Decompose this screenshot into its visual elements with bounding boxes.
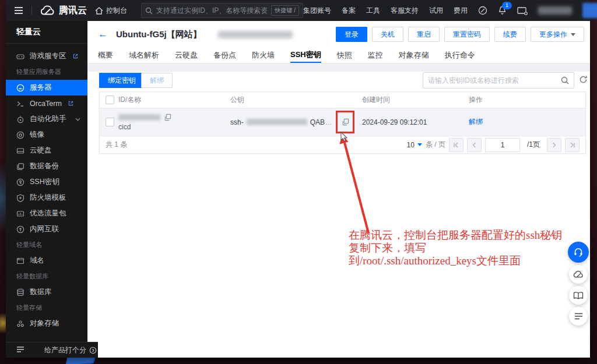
topbar-left: 腾讯云 控制台 [6,5,127,17]
customer-service-button[interactable] [568,242,589,263]
sidebar-item-server[interactable]: 服务器 [6,80,87,96]
tab-dns[interactable]: 域名解析 [129,48,159,63]
tab-object-storage[interactable]: 对象存储 [399,48,429,63]
account-name-redacted[interactable] [538,6,572,15]
notification-bell-icon[interactable]: 1 [498,6,507,15]
mirror-icon [16,131,24,139]
reset-password-button[interactable]: 重置密码 [444,27,490,42]
external-link-icon [68,101,73,106]
ssh-key-toolbar: 绑定密钥 解绑 [87,72,590,89]
menu-group-account[interactable]: 集团账号 [303,6,331,16]
column-actions: 操作 [469,95,585,105]
prev-page-button[interactable] [467,138,482,152]
annotation-line-1: 在腾讯云，控制台把服务器配置好的ssh秘钥 [349,229,590,242]
sidebar-item-label: SSH密钥 [30,177,59,187]
rate-product-link[interactable]: 给产品打个分 [44,345,97,355]
more-actions-button[interactable]: 更多操作 [531,27,584,42]
tab-overview[interactable]: 概要 [98,48,113,63]
tab-ssh-keys[interactable]: SSH密钥 [290,48,321,63]
console-home-link[interactable]: 控制台 [95,6,127,16]
pubkey-prefix: ssh- [230,118,244,126]
row-checkbox[interactable] [106,118,114,126]
key-search-input[interactable] [423,76,561,84]
sidebar-item-label: 镜像 [30,130,44,140]
shutdown-button[interactable]: 关机 [372,27,403,42]
sidebar-item-object-storage[interactable]: 对象存储 [6,316,87,331]
tab-snapshot[interactable]: 快照 [337,48,352,63]
sidebar-item-domains[interactable]: 域名 [6,253,87,268]
sidebar-item-game-server-zone[interactable]: 游戏服专区 [6,48,87,64]
cloud-feedback-button[interactable] [569,265,588,284]
sidebar-item-traffic-packages[interactable]: 优选流量包 [6,206,87,221]
menu-billing[interactable]: 费用 [454,6,468,16]
menu-support[interactable]: 客服支持 [391,6,419,16]
sidebar-section-light-database: 轻量数据库 [6,268,87,284]
instance-tabs: 概要 域名解析 云硬盘 备份点 防火墙 SSH密钥 快照 监控 对象存储 执行命… [87,48,590,63]
survey-button[interactable] [569,307,588,326]
divider [6,43,87,44]
brand-label: 腾讯云 [59,5,87,17]
global-search-box[interactable]: 支持通过实例ID、IP、名称等搜索资源 快捷键 / [141,3,303,18]
avatar[interactable] [582,3,597,18]
menu-tools[interactable]: 工具 [366,6,380,16]
select-all-checkbox[interactable] [106,96,114,104]
unbind-button-disabled[interactable]: 解绑 [141,73,173,88]
search-icon [145,7,153,15]
global-search-placeholder: 支持通过实例ID、IP、名称等搜索资源 [156,6,268,16]
collapse-sidebar-icon[interactable] [16,346,24,355]
tencent-cloud-logo[interactable]: 腾讯云 [40,5,87,17]
restart-button[interactable]: 重启 [408,27,440,42]
sidebar-item-data-backup[interactable]: 数据备份 [6,158,87,174]
tab-run-command[interactable]: 执行命令 [445,48,475,63]
external-link-icon [73,54,78,59]
refresh-icon[interactable] [579,75,588,84]
network-icon [16,225,24,234]
key-created-at: 2024-09-29 09:12:01 [362,118,469,126]
sidebar-item-ssh-keys[interactable]: SSH密钥 [6,174,87,190]
login-button[interactable]: 登录 [336,27,367,42]
tab-backup-point[interactable]: 备份点 [213,48,236,63]
menu-icp-filing[interactable]: 备案 [342,6,356,16]
divider-strip [87,63,590,72]
copy-pubkey-icon[interactable] [342,118,349,126]
sidebar-item-cloud-disk[interactable]: 云硬盘 [6,143,87,158]
sidebar-item-orcaterm[interactable]: OrcaTerm [6,96,87,111]
sidebar-item-firewall-templates[interactable]: 防火墙模板 [6,190,87,206]
sidebar-item-label: 内网互联 [30,224,59,234]
sidebar-item-automation-assistant[interactable]: 自动化助手 [6,111,87,127]
sidebar-item-images[interactable]: 镜像 [6,127,87,143]
sidebar-section-light-domain: 轻量域名 [6,237,87,253]
menu-trial[interactable]: 试用 [429,6,443,16]
instance-ip-redacted [218,31,293,38]
divider [31,6,32,15]
page-title: Ubuntu-fG5j【网站】 [116,29,202,40]
unbind-row-link[interactable]: 解绑 [469,117,585,127]
bind-key-button[interactable]: 绑定密钥 [99,73,145,88]
sidebar-item-intranet-connect[interactable]: 内网互联 [6,221,87,237]
home-icon [95,7,103,15]
back-arrow-button[interactable]: ← [98,29,108,40]
more-actions-label: 更多操作 [539,30,567,40]
tab-firewall[interactable]: 防火墙 [252,48,275,63]
first-page-button[interactable] [449,138,463,152]
sidebar-item-label: OrcaTerm [30,100,62,108]
docs-button[interactable] [569,286,588,305]
page-size-select[interactable]: 10 [407,141,422,149]
renew-button[interactable]: 续费 [494,27,526,42]
floating-action-column [568,242,589,326]
tab-monitoring[interactable]: 监控 [368,48,383,63]
sidebar-item-label: 数据备份 [30,161,59,171]
sidebar-item-databases[interactable]: 数据库 [6,284,87,300]
current-page-input[interactable]: 1 [485,138,520,152]
key-search-box[interactable] [423,72,574,89]
next-page-button[interactable] [547,138,561,152]
workspace-settings-icon[interactable] [517,6,528,15]
top-navigation-bar: 腾讯云 控制台 支持通过实例ID、IP、名称等搜索资源 快捷键 / 集团账号 备… [6,0,590,21]
database-icon [16,288,24,296]
copy-id-icon[interactable] [164,114,171,121]
compass-icon[interactable] [478,6,487,15]
tab-cloud-disk[interactable]: 云硬盘 [175,48,198,63]
hamburger-menu-icon[interactable] [14,6,23,15]
last-page-button[interactable] [565,138,580,152]
search-icon[interactable] [561,76,574,84]
